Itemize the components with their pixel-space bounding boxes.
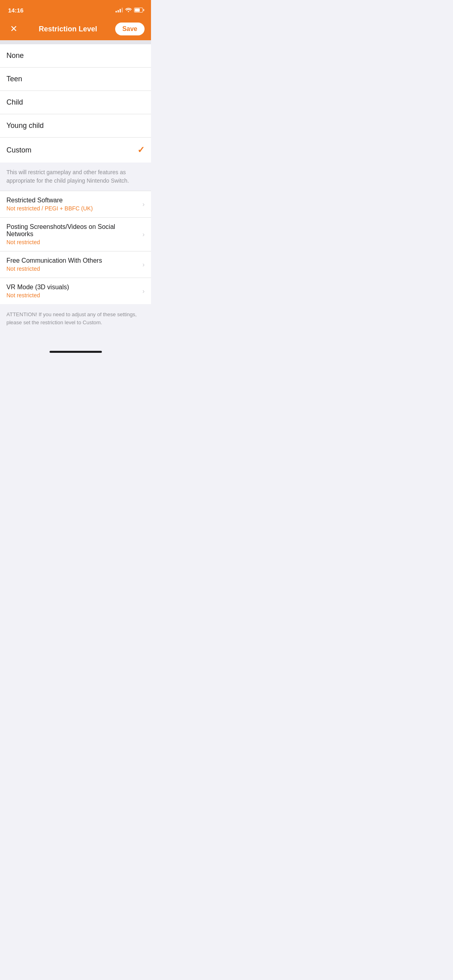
signal-icon xyxy=(116,8,123,12)
save-button[interactable]: Save xyxy=(115,23,145,35)
option-young-child[interactable]: Young child xyxy=(0,114,151,138)
option-teen[interactable]: Teen xyxy=(0,68,151,91)
selected-checkmark: ✓ xyxy=(137,145,145,155)
section-divider-top xyxy=(0,40,151,44)
option-child[interactable]: Child xyxy=(0,91,151,114)
home-indicator xyxy=(50,351,102,353)
option-custom-label: Custom xyxy=(6,146,31,154)
wifi-icon xyxy=(125,7,132,13)
settings-item-posting-screenshots-content: Posting Screenshots/Videos on Social Net… xyxy=(6,223,139,245)
status-time: 14:16 xyxy=(8,7,23,14)
settings-item-restricted-software-subtitle: Not restricted / PEGI + BBFC (UK) xyxy=(6,205,139,212)
settings-item-free-communication-title: Free Communication With Others xyxy=(6,257,139,264)
close-button[interactable]: ✕ xyxy=(6,22,21,36)
restriction-options-list: None Teen Child Young child Custom ✓ xyxy=(0,44,151,163)
option-none[interactable]: None xyxy=(0,44,151,68)
battery-icon xyxy=(134,8,143,12)
description-box: This will restrict gameplay and other fe… xyxy=(0,163,151,191)
attention-box: ATTENTION! If you need to adjust any of … xyxy=(0,304,151,333)
chevron-right-icon: › xyxy=(143,288,145,295)
page-title: Restriction Level xyxy=(21,25,115,33)
close-icon: ✕ xyxy=(10,25,17,33)
option-teen-label: Teen xyxy=(6,75,22,83)
option-none-label: None xyxy=(6,51,24,60)
status-icons xyxy=(116,7,143,13)
settings-item-restricted-software-title: Restricted Software xyxy=(6,197,139,204)
settings-item-vr-mode[interactable]: VR Mode (3D visuals) Not restricted › xyxy=(0,278,151,304)
home-indicator-area xyxy=(0,333,151,357)
settings-item-restricted-software-content: Restricted Software Not restricted / PEG… xyxy=(6,197,139,212)
description-text: This will restrict gameplay and other fe… xyxy=(6,169,129,184)
settings-item-posting-screenshots[interactable]: Posting Screenshots/Videos on Social Net… xyxy=(0,218,151,251)
settings-item-restricted-software[interactable]: Restricted Software Not restricted / PEG… xyxy=(0,191,151,218)
settings-item-free-communication[interactable]: Free Communication With Others Not restr… xyxy=(0,251,151,278)
navigation-bar: ✕ Restriction Level Save xyxy=(0,18,151,40)
settings-list: Restricted Software Not restricted / PEG… xyxy=(0,191,151,304)
option-young-child-label: Young child xyxy=(6,121,43,130)
settings-item-vr-mode-title: VR Mode (3D visuals) xyxy=(6,284,139,291)
status-bar: 14:16 xyxy=(0,0,151,18)
chevron-right-icon: › xyxy=(143,231,145,238)
option-custom[interactable]: Custom ✓ xyxy=(0,138,151,163)
settings-item-posting-screenshots-title: Posting Screenshots/Videos on Social Net… xyxy=(6,223,139,238)
attention-text: ATTENTION! If you need to adjust any of … xyxy=(6,311,137,325)
option-child-label: Child xyxy=(6,98,23,107)
chevron-right-icon: › xyxy=(143,261,145,268)
settings-item-free-communication-content: Free Communication With Others Not restr… xyxy=(6,257,139,272)
chevron-right-icon: › xyxy=(143,201,145,208)
settings-item-vr-mode-subtitle: Not restricted xyxy=(6,292,139,299)
settings-item-free-communication-subtitle: Not restricted xyxy=(6,266,139,272)
settings-item-vr-mode-content: VR Mode (3D visuals) Not restricted xyxy=(6,284,139,299)
settings-item-posting-screenshots-subtitle: Not restricted xyxy=(6,239,139,245)
